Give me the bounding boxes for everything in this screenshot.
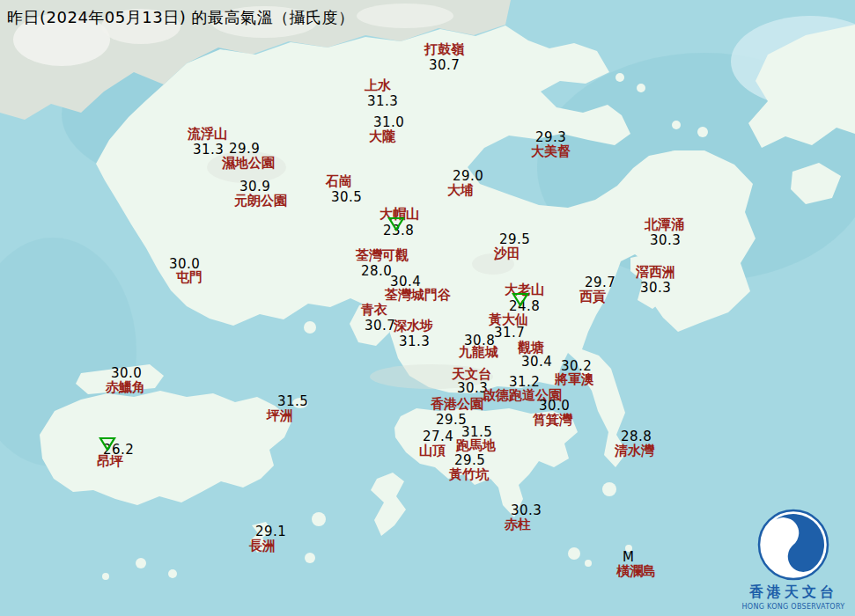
station-name-label: 赤柱 <box>505 518 531 532</box>
station-name-label: 大隴 <box>369 130 395 143</box>
station-temp-value: 30.5 <box>331 191 362 204</box>
station-temp-value: 30.3 <box>511 504 542 517</box>
small-island <box>697 127 708 137</box>
station-temp-value: 30.0 <box>111 367 142 380</box>
station-temp-value: 29.1 <box>255 525 286 539</box>
small-island <box>312 512 326 526</box>
station-temp-value: 30.9 <box>240 180 270 194</box>
hko-logo: 香港天文台 HONG KONG OBSERVATORY <box>741 508 846 611</box>
station-temp-value: 30.4 <box>521 356 552 369</box>
station-name-label: 跑馬地 <box>456 439 496 452</box>
ma-wan-island <box>304 321 316 334</box>
small-island <box>136 558 146 568</box>
station-temp-value: 30.3 <box>640 282 671 295</box>
small-island <box>168 569 177 578</box>
station-name-label: 石崗 <box>326 175 352 188</box>
triangle-marker-icon <box>99 436 116 451</box>
station-temp-value: 27.4 <box>423 430 453 444</box>
station-name-label: 荃灣可觀 <box>356 249 409 262</box>
station-name-label: 將軍澳 <box>555 373 594 386</box>
station-temp-value: 29.5 <box>454 454 485 467</box>
po-toi-island <box>568 547 580 560</box>
hko-logo-icon <box>756 508 830 582</box>
station-temp-value: 31.0 <box>373 116 404 129</box>
station-temp-value: 31.3 <box>367 95 398 108</box>
station-name-label: 元朗公園 <box>234 194 287 208</box>
station-name-label: 北潭涌 <box>645 218 684 231</box>
small-island <box>305 553 315 563</box>
station-temp-value: 30.0 <box>169 258 200 271</box>
station-name-label: 大埔 <box>447 184 474 197</box>
station-temp-value: 30.7 <box>365 319 395 333</box>
station-name-label: 天文台 <box>452 368 491 381</box>
small-island <box>585 560 592 567</box>
station-temp-value: 31.3 <box>193 143 224 157</box>
small-island <box>672 121 681 129</box>
station-name-label: 橫瀾島 <box>616 565 656 578</box>
page-title: 昨日(2024年05月13日) 的最高氣溫（攝氏度） <box>7 7 354 28</box>
station-temp-value: 31.7 <box>494 326 525 340</box>
station-name-label: 流浮山 <box>188 128 227 141</box>
station-temp-value: 30.4 <box>390 275 421 289</box>
station-name-label: 青衣 <box>361 304 387 317</box>
station-temp-value: 30.0 <box>539 400 570 413</box>
triangle-marker-icon <box>387 216 405 231</box>
small-island <box>615 73 624 82</box>
station-temp-value: 30.7 <box>429 59 460 72</box>
station-temp-value: 31.3 <box>399 335 430 348</box>
station-name-label: 山頂 <box>419 444 446 458</box>
weather-map: 昨日(2024年05月13日) 的最高氣溫（攝氏度） 打鼓嶺30.7上水31.3… <box>0 0 855 616</box>
hko-logo-name-en: HONG KONG OBSERVATORY <box>741 603 846 611</box>
station-name-label: 筲箕灣 <box>533 414 572 427</box>
station-temp-value: M <box>623 551 634 564</box>
station-name-label: 大美督 <box>531 145 571 158</box>
station-name-label: 濕地公園 <box>222 157 275 170</box>
small-island <box>102 573 109 580</box>
station-temp-value: 30.8 <box>464 334 495 348</box>
station-temp-value: 31.2 <box>509 376 540 389</box>
station-name-label: 黃竹坑 <box>449 468 489 481</box>
station-name-label: 長洲 <box>249 539 276 553</box>
station-name-label: 赤鱲角 <box>106 381 145 394</box>
hko-logo-name-zh: 香港天文台 <box>741 583 846 602</box>
station-name-label: 打鼓嶺 <box>424 43 464 56</box>
station-name-label: 滘西洲 <box>636 266 675 279</box>
station-name-label: 沙田 <box>494 247 520 260</box>
station-temp-value: 28.8 <box>621 430 652 444</box>
station-name-label: 屯門 <box>176 271 203 284</box>
station-temp-value: 29.9 <box>229 143 260 156</box>
station-name-label: 深水埗 <box>394 319 433 333</box>
station-temp-value: 31.5 <box>277 395 308 408</box>
hong-kong-map <box>0 0 855 616</box>
station-name-label: 坪洲 <box>267 409 293 422</box>
small-island <box>637 84 645 92</box>
station-temp-value: 28.0 <box>361 265 392 278</box>
station-temp-value: 30.2 <box>561 360 592 373</box>
station-temp-value: 30.3 <box>650 234 681 247</box>
triangle-marker-icon <box>512 292 529 307</box>
station-name-label: 清水灣 <box>615 444 654 458</box>
station-name-label: 觀塘 <box>518 341 544 355</box>
station-name-label: 西貢 <box>579 290 606 304</box>
station-temp-value: 31.5 <box>461 426 492 439</box>
station-temp-value: 29.0 <box>453 170 483 183</box>
station-name-label: 香港公園 <box>431 398 483 411</box>
tung-lung-island <box>602 482 616 496</box>
station-name-label: 荃灣城門谷 <box>385 289 451 302</box>
urban-patch <box>357 4 453 28</box>
station-temp-value: 29.7 <box>585 276 615 290</box>
station-temp-value: 29.5 <box>499 233 530 246</box>
station-temp-value: 29.3 <box>535 131 566 144</box>
station-name-label: 上水 <box>365 79 391 92</box>
